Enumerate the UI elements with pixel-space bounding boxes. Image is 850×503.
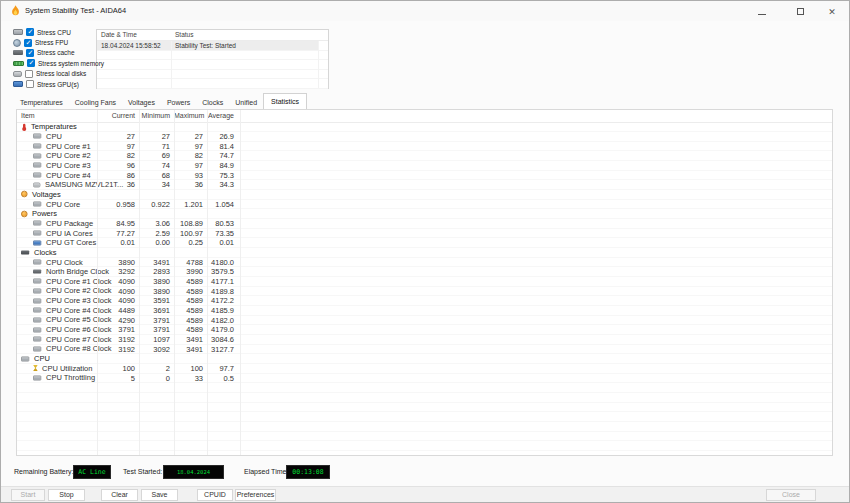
stats-section-label: Voltages bbox=[32, 190, 61, 199]
stats-section-label: CPU bbox=[34, 354, 50, 363]
stats-value-current: 4090 bbox=[97, 277, 135, 286]
cpu-icon bbox=[33, 202, 41, 207]
stress-checkbox[interactable] bbox=[26, 28, 34, 36]
stats-value-average: 26.9 bbox=[207, 132, 234, 141]
cpu-icon bbox=[33, 260, 41, 265]
stats-value-minimum: 2 bbox=[139, 364, 170, 373]
cpu-icon bbox=[33, 327, 41, 332]
stats-value-maximum: 4589 bbox=[174, 277, 203, 286]
test-started-lcd: 18.04.2024 15:58:52 bbox=[163, 465, 224, 479]
stress-checkbox[interactable] bbox=[26, 49, 34, 57]
cache-icon bbox=[13, 50, 23, 55]
stats-value-maximum: 3491 bbox=[174, 335, 203, 344]
minimize-button[interactable] bbox=[747, 1, 777, 21]
stats-section-label: Temperatures bbox=[31, 122, 77, 131]
stats-value-average: 80.53 bbox=[207, 219, 234, 228]
stress-options-panel: Stress CPUStress FPUStress cacheStress s… bbox=[13, 27, 105, 89]
stats-value-minimum: 0.00 bbox=[139, 238, 170, 247]
tab-temperatures[interactable]: Temperatures bbox=[14, 96, 69, 109]
stop-button[interactable]: Stop bbox=[48, 489, 85, 501]
stats-value-minimum: 3092 bbox=[139, 345, 170, 354]
stats-value-minimum: 74 bbox=[139, 161, 170, 170]
stress-checkbox[interactable] bbox=[27, 59, 35, 67]
disk-icon bbox=[33, 182, 40, 187]
cpu-icon bbox=[33, 134, 41, 139]
stats-section-item: Voltages bbox=[17, 190, 61, 199]
stats-item-label: CPU Core #2 bbox=[46, 151, 91, 160]
log-row[interactable]: 18.04.2024 15:58:52Stability Test: Start… bbox=[97, 41, 328, 51]
stats-value-maximum: 4589 bbox=[174, 325, 203, 334]
tab-cooling-fans[interactable]: Cooling Fans bbox=[69, 96, 122, 109]
stats-item: CPU Core #4 bbox=[17, 171, 91, 180]
stats-value-current: 3890 bbox=[97, 258, 135, 267]
stats-section-item: Powers bbox=[17, 209, 57, 218]
tab-statistics[interactable]: Statistics bbox=[263, 93, 307, 109]
stats-item: CPU Utilization bbox=[17, 364, 92, 373]
cpu-icon bbox=[33, 337, 41, 342]
cpuid-button[interactable]: CPUID bbox=[197, 489, 233, 501]
stats-column-divider bbox=[97, 110, 98, 455]
cpu-icon bbox=[13, 29, 23, 35]
close-button[interactable]: Close bbox=[766, 489, 816, 501]
cpu-icon bbox=[33, 279, 41, 284]
stress-option-row: Stress CPU bbox=[13, 27, 105, 37]
stats-value-current: 27 bbox=[97, 132, 135, 141]
maximize-button[interactable] bbox=[785, 1, 815, 21]
cpu-icon bbox=[33, 173, 41, 178]
stats-value-average: 73.35 bbox=[207, 229, 234, 238]
start-button[interactable]: Start bbox=[11, 489, 45, 501]
thermometer-icon bbox=[23, 124, 25, 131]
stats-column-divider bbox=[139, 110, 140, 455]
col-maximum: Maximum bbox=[174, 110, 203, 122]
stats-value-minimum: 3691 bbox=[139, 306, 170, 315]
stats-value-maximum: 108.89 bbox=[174, 219, 203, 228]
stress-checkbox[interactable] bbox=[24, 39, 32, 47]
status-bar: Remaining Battery: AC Line Test Started:… bbox=[1, 458, 849, 488]
titlebar: System Stability Test - AIDA64 ✕ bbox=[1, 1, 849, 21]
tab-clocks[interactable]: Clocks bbox=[196, 96, 229, 109]
power-icon bbox=[21, 191, 28, 198]
gpu-icon bbox=[13, 81, 23, 87]
cpu-icon bbox=[33, 308, 41, 313]
stats-value-current: 0.958 bbox=[97, 200, 135, 209]
stats-value-maximum: 82 bbox=[174, 151, 203, 160]
stats-value-average: 4177.1 bbox=[207, 277, 234, 286]
stats-value-average: 0.5 bbox=[207, 374, 234, 383]
save-button[interactable]: Save bbox=[141, 489, 178, 501]
stats-item: CPU Throttling bbox=[17, 374, 95, 383]
stats-value-current: 4090 bbox=[97, 296, 135, 305]
stats-value-average: 97.7 bbox=[207, 364, 234, 373]
fpu-icon bbox=[13, 39, 21, 47]
tab-voltages[interactable]: Voltages bbox=[122, 96, 161, 109]
cpu-icon bbox=[33, 163, 41, 168]
stats-value-maximum: 100 bbox=[174, 364, 203, 373]
cache-icon bbox=[33, 270, 41, 274]
stats-section-item: Temperatures bbox=[17, 123, 77, 132]
stats-column-divider bbox=[240, 110, 241, 455]
gpu-icon bbox=[33, 240, 41, 245]
preferences-button[interactable]: Preferences bbox=[235, 489, 276, 501]
stats-value-current: 3791 bbox=[97, 325, 135, 334]
stats-item: CPU Clock bbox=[17, 258, 83, 267]
clear-button[interactable]: Clear bbox=[101, 489, 138, 501]
stats-item-label: CPU Clock bbox=[46, 258, 83, 267]
stats-value-average: 34.3 bbox=[207, 180, 234, 189]
tab-powers[interactable]: Powers bbox=[161, 96, 196, 109]
col-current: Current bbox=[97, 110, 135, 122]
stats-item-label: CPU Core bbox=[46, 200, 80, 209]
cpu-icon bbox=[21, 356, 29, 361]
stress-checkbox[interactable] bbox=[25, 70, 33, 78]
stress-checkbox[interactable] bbox=[26, 80, 34, 88]
tab-unified[interactable]: Unified bbox=[229, 96, 263, 109]
stats-value-minimum: 2893 bbox=[139, 267, 170, 276]
cpu-icon bbox=[33, 298, 41, 303]
stats-value-minimum: 3791 bbox=[139, 325, 170, 334]
log-empty-row bbox=[97, 51, 328, 61]
stats-item: CPU Package bbox=[17, 219, 93, 228]
app-window: System Stability Test - AIDA64 ✕ Date & … bbox=[0, 0, 850, 503]
stats-item: CPU GT Cores bbox=[17, 238, 96, 247]
event-log: Date & Time Status 18.04.2024 15:58:52St… bbox=[96, 29, 329, 89]
close-window-button[interactable]: ✕ bbox=[817, 1, 847, 21]
log-empty-row bbox=[97, 70, 328, 80]
stats-value-maximum: 4589 bbox=[174, 306, 203, 315]
